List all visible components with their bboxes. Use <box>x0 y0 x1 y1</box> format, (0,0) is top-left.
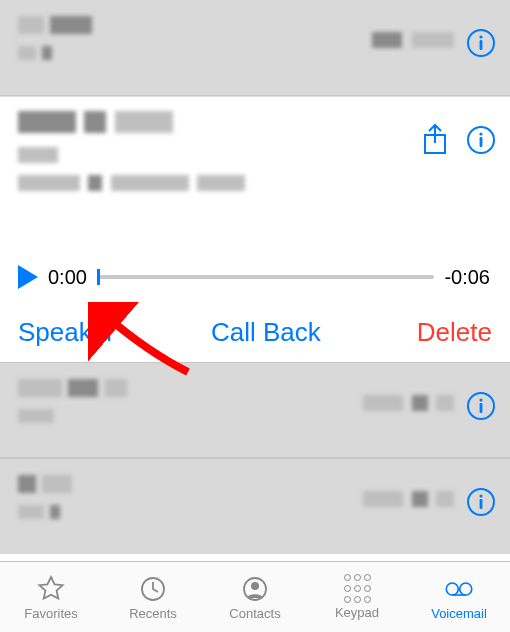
scrubber[interactable] <box>97 275 434 279</box>
date-label <box>372 32 454 52</box>
tab-bar: Favorites Recents Contacts Keypad Voicem… <box>0 561 510 632</box>
info-icon[interactable] <box>466 487 496 521</box>
svg-rect-7 <box>480 137 483 147</box>
voicemail-row[interactable] <box>0 458 510 554</box>
svg-point-9 <box>479 398 482 401</box>
tab-label: Voicemail <box>431 606 487 621</box>
info-icon[interactable] <box>466 391 496 425</box>
info-icon[interactable] <box>466 125 496 159</box>
elapsed-time: 0:00 <box>48 266 87 289</box>
speaker-button[interactable]: Speaker <box>18 317 115 348</box>
tab-label: Keypad <box>335 605 379 620</box>
delete-button[interactable]: Delete <box>417 317 492 348</box>
svg-point-18 <box>460 583 472 595</box>
svg-point-16 <box>251 582 259 590</box>
svg-rect-10 <box>480 403 483 413</box>
tab-recents[interactable]: Recents <box>102 562 204 632</box>
tab-label: Recents <box>129 606 177 621</box>
svg-point-12 <box>479 494 482 497</box>
svg-point-1 <box>479 35 482 38</box>
voicemail-screen: 0:00 -0:06 Speaker Call Back Delete <box>0 0 510 632</box>
transcription <box>18 175 492 195</box>
remaining-time: -0:06 <box>444 266 490 289</box>
voicemail-row-expanded: 0:00 -0:06 Speaker Call Back Delete <box>0 96 510 362</box>
tab-keypad[interactable]: Keypad <box>306 562 408 632</box>
tab-contacts[interactable]: Contacts <box>204 562 306 632</box>
call-back-button[interactable]: Call Back <box>211 317 321 348</box>
voicemail-actions: Speaker Call Back Delete <box>18 317 492 348</box>
voicemail-row[interactable] <box>0 362 510 458</box>
svg-rect-13 <box>480 499 483 509</box>
tab-label: Favorites <box>24 606 77 621</box>
scrubber-handle[interactable] <box>97 269 100 285</box>
info-icon[interactable] <box>466 28 496 62</box>
date-label <box>363 395 454 415</box>
date-label <box>363 491 454 511</box>
share-icon[interactable] <box>420 123 450 161</box>
tab-label: Contacts <box>229 606 280 621</box>
svg-point-6 <box>479 132 482 135</box>
voicemail-row[interactable] <box>0 0 510 96</box>
tab-favorites[interactable]: Favorites <box>0 562 102 632</box>
play-button[interactable] <box>18 265 38 289</box>
tab-voicemail[interactable]: Voicemail <box>408 562 510 632</box>
playback-bar: 0:00 -0:06 <box>18 265 492 289</box>
svg-rect-2 <box>480 40 483 50</box>
keypad-icon <box>344 574 370 603</box>
svg-point-17 <box>446 583 458 595</box>
